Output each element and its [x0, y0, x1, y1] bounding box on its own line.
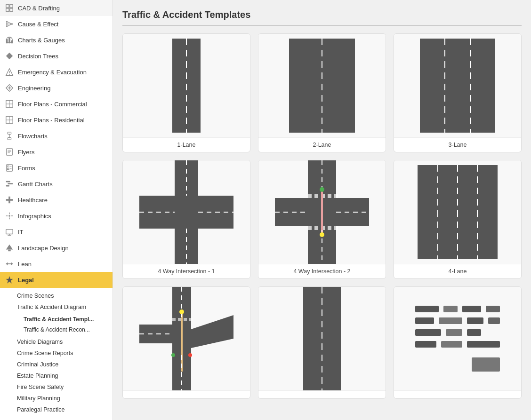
sidebar-item-floor-commercial[interactable]: Floor Plans - Commercial — [0, 96, 113, 112]
svg-point-18 — [9, 74, 10, 75]
it-icon — [5, 227, 14, 237]
sidebar-item-landscape-label: Landscape Design — [18, 245, 69, 252]
template-preview-road-section — [258, 287, 386, 390]
svg-point-94 — [320, 187, 324, 192]
svg-rect-124 — [467, 317, 483, 324]
svg-point-5 — [6, 23, 8, 25]
template-card-1-lane[interactable]: 1-Lane — [122, 33, 250, 152]
sidebar-item-gantt[interactable]: Gantt Charts — [0, 176, 113, 192]
sidebar-sub-estate[interactable]: Estate Planning — [9, 370, 113, 381]
svg-rect-109 — [172, 318, 176, 321]
svg-marker-55 — [11, 262, 13, 265]
svg-rect-27 — [8, 132, 11, 135]
template-card-road-info[interactable] — [394, 286, 522, 399]
sidebar-item-forms[interactable]: Forms — [0, 160, 113, 176]
svg-rect-2 — [6, 8, 9, 11]
sidebar-sub-vehicle-diagrams[interactable]: Vehicle Diagrams — [9, 336, 113, 348]
sidebar-item-healthcare[interactable]: Healthcare — [0, 192, 113, 208]
sidebar-sub-traffic-recon[interactable]: Traffic & Accident Recon... — [9, 325, 113, 335]
sidebar-item-emergency[interactable]: Emergency & Evacuation — [0, 64, 113, 80]
floor-residential-icon — [5, 115, 14, 125]
template-grid: 1-Lane 2-Lane 3-Lane — [122, 33, 522, 399]
template-card-4way-2[interactable]: 4 Way Intersection - 2 — [258, 160, 386, 279]
template-preview-2-lane — [258, 34, 386, 137]
template-card-2-lane[interactable]: 2-Lane — [258, 33, 386, 152]
sidebar-item-infographics[interactable]: Infographics — [0, 208, 113, 224]
sidebar-sub-crime-scenes[interactable]: Crime Scenes — [9, 290, 113, 301]
flowcharts-icon — [5, 131, 14, 141]
svg-rect-125 — [488, 317, 500, 324]
sidebar-sub-fire[interactable]: Fire Scene Safety — [9, 381, 113, 393]
svg-rect-120 — [462, 306, 481, 312]
sidebar-item-it-label: IT — [18, 229, 24, 236]
svg-rect-84 — [308, 226, 312, 230]
svg-marker-103 — [191, 315, 233, 348]
svg-rect-121 — [486, 306, 500, 312]
template-label-1-lane: 1-Lane — [123, 137, 250, 152]
template-preview-complex-1 — [123, 287, 250, 390]
svg-rect-130 — [441, 341, 462, 348]
sidebar-sub-military[interactable]: Military Planning — [9, 393, 113, 404]
sidebar-item-engineering-label: Engineering — [18, 85, 50, 92]
svg-rect-128 — [467, 329, 481, 336]
sidebar-item-legal-label: Legal — [18, 277, 34, 284]
traffic-accident-children: Traffic & Accident Templ... Traffic & Ac… — [9, 313, 113, 336]
svg-rect-122 — [415, 317, 434, 324]
template-card-road-section[interactable] — [258, 286, 386, 399]
sidebar-item-it[interactable]: IT — [0, 224, 113, 240]
template-label-road-info — [394, 390, 521, 398]
svg-rect-80 — [314, 194, 318, 198]
svg-rect-132 — [472, 357, 500, 372]
sidebar-sub-paralegal[interactable]: Paralegal Practice — [9, 404, 113, 415]
sidebar-item-decision-label: Decision Trees — [18, 53, 58, 60]
svg-marker-56 — [6, 262, 8, 265]
svg-rect-110 — [178, 318, 181, 321]
svg-rect-40 — [8, 183, 13, 184]
sidebar-item-lean[interactable]: Lean — [0, 256, 113, 272]
sidebar-item-charts[interactable]: Charts & Gauges — [0, 32, 113, 48]
emergency-icon — [5, 67, 14, 77]
sidebar-item-landscape[interactable]: Landscape Design — [0, 240, 113, 256]
landscape-icon — [5, 243, 14, 253]
sidebar-item-engineering[interactable]: Engineering — [0, 80, 113, 96]
sidebar-item-flyers[interactable]: Flyers — [0, 144, 113, 160]
svg-rect-112 — [189, 318, 193, 321]
sidebar-sub-traffic-templates[interactable]: Traffic & Accident Templ... — [9, 314, 113, 325]
charts-icon — [5, 35, 14, 45]
svg-rect-62 — [420, 39, 495, 133]
svg-marker-52 — [6, 245, 13, 250]
sidebar-item-emergency-label: Emergency & Evacuation — [18, 69, 87, 76]
sidebar-item-flowcharts-label: Flowcharts — [18, 133, 48, 140]
sidebar-item-legal[interactable]: Legal — [0, 272, 113, 288]
svg-rect-127 — [446, 329, 462, 336]
template-preview-4way-1 — [123, 160, 250, 264]
sidebar-item-decision[interactable]: Decision Trees — [0, 48, 113, 64]
sidebar-sub-criminal-justice[interactable]: Criminal Justice — [9, 359, 113, 370]
cause-icon — [5, 19, 14, 29]
sidebar-sub-traffic-accident[interactable]: Traffic & Accident Diagram — [9, 301, 113, 313]
template-card-4way-1[interactable]: 4 Way Intersection - 1 — [122, 160, 250, 279]
sidebar-item-floor-residential-label: Floor Plans - Residential — [18, 117, 85, 124]
sidebar-item-forms-label: Forms — [18, 165, 35, 172]
svg-rect-88 — [334, 226, 338, 230]
infographics-icon — [5, 211, 14, 221]
svg-rect-3 — [10, 8, 13, 11]
sidebar-item-flowcharts[interactable]: Flowcharts — [0, 128, 113, 144]
svg-rect-129 — [415, 341, 436, 348]
sidebar-item-healthcare-label: Healthcare — [18, 197, 48, 204]
template-label-3-lane: 3-Lane — [394, 137, 521, 152]
template-card-4-lane[interactable]: 4-Lane — [394, 160, 522, 279]
sidebar-item-gantt-label: Gantt Charts — [18, 181, 53, 188]
template-card-complex-1[interactable] — [122, 286, 250, 399]
sidebar-item-floor-residential[interactable]: Floor Plans - Residential — [0, 112, 113, 128]
svg-rect-28 — [8, 138, 11, 140]
sidebar-item-cad[interactable]: CAD & Drafting — [0, 0, 113, 16]
svg-line-10 — [8, 24, 12, 26]
svg-rect-85 — [314, 226, 318, 230]
flyers-icon — [5, 147, 14, 157]
sidebar-item-lean-label: Lean — [18, 261, 32, 268]
svg-rect-82 — [328, 194, 331, 198]
sidebar-sub-crime-reports[interactable]: Crime Scene Reports — [9, 348, 113, 359]
sidebar-item-cause[interactable]: Cause & Effect — [0, 16, 113, 32]
template-card-3-lane[interactable]: 3-Lane — [394, 33, 522, 152]
